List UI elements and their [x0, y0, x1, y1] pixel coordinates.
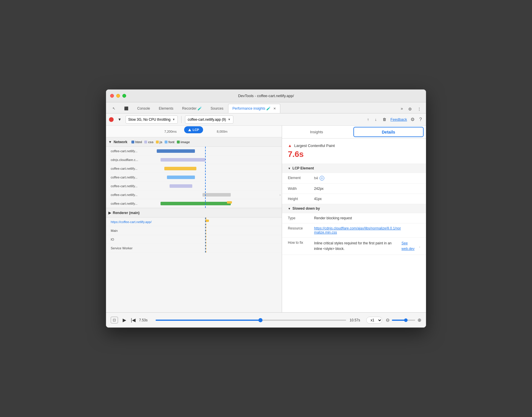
tab-performance[interactable]: Performance insights 🧪 ✕	[228, 104, 280, 113]
tab-more[interactable]: »	[398, 104, 405, 113]
renderer-url[interactable]: https://coffee-cart.netlify.app/	[111, 220, 152, 224]
row-label-4: coffee-cart.netlify...	[106, 176, 154, 179]
network-row-6[interactable]: coffee-cart.netlify... ›	[106, 190, 282, 199]
gear-icon: ⚙	[411, 117, 415, 122]
details-tab-label: Details	[382, 130, 395, 134]
network-row-5[interactable]: coffee-cart.netlify...	[106, 182, 282, 190]
renderer-row-sw: Service Worker	[106, 244, 282, 253]
more-icon: »	[401, 106, 403, 111]
network-expand-icon[interactable]: ▼	[108, 140, 112, 144]
zoom-control: ⊖ ⊕	[386, 317, 421, 323]
speed-select[interactable]: x1 x2	[366, 317, 382, 324]
feedback-link[interactable]: Feedback	[390, 117, 407, 122]
network-row-7[interactable]: coffee-cart.netlify...	[106, 199, 282, 208]
network-row-2[interactable]: cdnjs.cloudflare.c...	[106, 155, 282, 164]
tab-sources-label: Sources	[211, 106, 223, 111]
renderer-title: Renderer (main)	[113, 211, 140, 215]
time-marker-1: 7,200ms	[164, 130, 177, 133]
bar-extra-7	[227, 201, 232, 204]
renderer-expand-icon[interactable]: ▶	[108, 211, 111, 215]
network-section: ▼ Network html css js	[106, 137, 282, 312]
tab-dock[interactable]: ⬛	[120, 104, 133, 113]
tab-sources[interactable]: Sources	[207, 104, 228, 113]
lcp-element-chevron[interactable]: ▼	[288, 167, 291, 170]
zoom-thumb[interactable]	[404, 318, 408, 322]
zoom-slider[interactable]	[392, 320, 415, 321]
bar-js-3	[164, 167, 196, 170]
height-label: Height	[288, 197, 314, 201]
trash-button[interactable]: 🗑	[381, 116, 388, 123]
slowed-down-title: Slowed down by	[293, 206, 320, 211]
lcp-triangle-icon	[188, 129, 191, 131]
timeline-slider[interactable]	[156, 320, 346, 321]
help-button[interactable]: ?	[418, 116, 423, 123]
play-button[interactable]: ▶	[121, 316, 127, 324]
tab-cursor[interactable]: ↖	[108, 104, 119, 113]
timeline-thumb[interactable]	[258, 318, 263, 322]
download-button[interactable]: ↓	[373, 116, 379, 123]
row-label-6: coffee-cart.netlify...	[106, 193, 154, 197]
screenshot-button[interactable]: ⊡	[111, 317, 118, 323]
tab-elements[interactable]: Elements	[155, 104, 177, 113]
zoom-in-button[interactable]: ⊕	[418, 317, 421, 323]
tab-recorder-label: Recorder 🧪	[182, 106, 202, 111]
main-content: 7,200ms 8,000m LCP ▼ Network	[106, 126, 426, 312]
legend: html css js font	[131, 140, 190, 144]
slowed-down-chevron[interactable]: ▼	[288, 207, 291, 210]
height-detail-row: Height 41px	[282, 194, 426, 204]
maximize-button[interactable]	[122, 94, 126, 98]
legend-image-label: image	[181, 140, 190, 144]
row-bars-4	[154, 173, 282, 181]
legend-js: js	[156, 140, 162, 144]
tab-details[interactable]: Details	[353, 127, 424, 137]
tab-insights[interactable]: Insights	[282, 126, 351, 138]
close-button[interactable]	[110, 94, 114, 98]
record-button[interactable]	[109, 117, 114, 122]
element-detail-row: Element h4 ⊙	[282, 173, 426, 184]
row-bars-2	[154, 155, 282, 164]
renderer-link-label: https://coffee-cart.netlify.app/	[106, 220, 154, 224]
play-icon: ▶	[123, 318, 126, 323]
network-row-3[interactable]: coffee-cart.netlify...	[106, 164, 282, 173]
element-inspect-icon[interactable]: ⊙	[320, 176, 324, 181]
tab-recorder[interactable]: Recorder 🧪	[178, 104, 206, 113]
lcp-element-section: ▼ LCP Element	[282, 164, 426, 173]
width-label: Width	[288, 187, 314, 191]
type-detail-row: Type Render blocking request	[282, 213, 426, 223]
right-content: ▲ Largest Contentful Paint 7.6s ▼ LCP El…	[282, 139, 426, 312]
timeline-panel: 7,200ms 8,000m LCP ▼ Network	[106, 126, 282, 312]
resource-link[interactable]: https://cdnjs.cloudflare.com/ajax/libs/n…	[314, 226, 401, 234]
settings-tab[interactable]: ⚙	[406, 105, 414, 113]
record-dropdown[interactable]: ▼	[116, 116, 123, 123]
dropdown-arrow: ▼	[118, 117, 121, 122]
tab-performance-label: Performance insights 🧪	[232, 106, 271, 111]
to-start-button[interactable]: |◀	[131, 317, 135, 323]
to-start-icon: |◀	[131, 318, 135, 323]
network-row-1[interactable]: coffee-cart.netlify...	[106, 147, 282, 155]
bar-css-5	[170, 184, 193, 188]
tab-console[interactable]: Console	[133, 104, 154, 113]
lcp-label: LCP	[193, 128, 199, 132]
row-bars-7	[154, 199, 282, 208]
tab-console-label: Console	[137, 106, 150, 111]
element-value: h4 ⊙	[314, 176, 324, 181]
zoom-out-button[interactable]: ⊖	[386, 317, 390, 323]
upload-button[interactable]: ↑	[365, 116, 371, 123]
network-row-4[interactable]: coffee-cart.netlify...	[106, 173, 282, 182]
target-select[interactable]: coffee-cart.netlify.app (9) ▼	[185, 115, 233, 124]
minimize-button[interactable]	[116, 94, 120, 98]
row-expand-chevron-6[interactable]: ›	[280, 193, 281, 196]
network-rows-container: coffee-cart.netlify... cdnjs.cloudflare.…	[106, 147, 282, 208]
network-label: Slow 3G, No CPU throttling	[128, 118, 170, 122]
type-value: Render blocking request	[314, 216, 352, 220]
howtofix-label: How to fix	[288, 241, 314, 245]
network-select[interactable]: Slow 3G, No CPU throttling ▼	[126, 115, 178, 124]
renderer-row-main-label: Main	[106, 226, 282, 235]
more-options-tab[interactable]: ⋮	[415, 105, 424, 113]
see-webdev-link[interactable]: See web.dev	[401, 241, 418, 252]
tab-close-icon[interactable]: ✕	[273, 107, 276, 111]
right-header: Insights Details	[282, 126, 426, 139]
devtools-window: DevTools - coffee-cart.netlify.app/ ↖ ⬛ …	[106, 89, 426, 328]
settings-button[interactable]: ⚙	[409, 115, 416, 123]
tab-elements-label: Elements	[159, 106, 173, 111]
